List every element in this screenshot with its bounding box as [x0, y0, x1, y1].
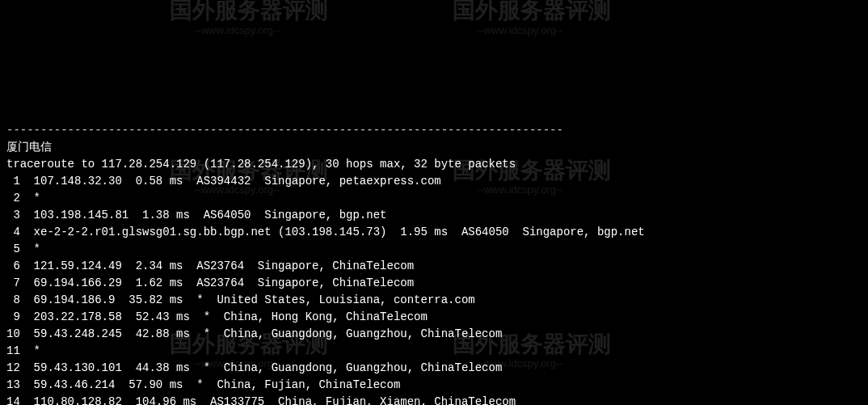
hop-line: 4 xe-2-2-2.r01.glswsg01.sg.bb.bgp.net (1… — [6, 224, 862, 241]
hop-line: 10 59.43.248.245 42.88 ms * China, Guang… — [6, 326, 862, 343]
watermark-url: --www.idcspy.org-- — [194, 23, 280, 39]
watermark-url: --www.idcspy.org-- — [477, 23, 563, 39]
hop-line: 9 203.22.178.58 52.43 ms * China, Hong K… — [6, 309, 862, 326]
hop-line: 13 59.43.46.214 57.90 ms * China, Fujian… — [6, 377, 862, 394]
hop-line: 1 107.148.32.30 0.58 ms AS394432 Singapo… — [6, 173, 862, 190]
hop-line: 2 * — [6, 190, 862, 207]
hop-line: 8 69.194.186.9 35.82 ms * United States,… — [6, 292, 862, 309]
hop-line: 14 110.80.128.82 104.96 ms AS133775 Chin… — [6, 394, 862, 405]
watermark-text: 国外服务器评测 — [453, 0, 611, 27]
watermark-text: 国外服务器评测 — [170, 0, 328, 27]
hop-line: 7 69.194.166.29 1.62 ms AS23764 Singapor… — [6, 275, 862, 292]
hop-line: 12 59.43.130.101 44.38 ms * China, Guang… — [6, 360, 862, 377]
hop-line: 6 121.59.124.49 2.34 ms AS23764 Singapor… — [6, 258, 862, 275]
hop-line: 11 * — [6, 343, 862, 360]
trace-header: traceroute to 117.28.254.129 (117.28.254… — [6, 158, 516, 171]
trace-title: 厦门电信 — [6, 141, 52, 154]
hop-list: 1 107.148.32.30 0.58 ms AS394432 Singapo… — [6, 173, 862, 405]
terminal-output: ----------------------------------------… — [6, 105, 862, 405]
hop-line: 5 * — [6, 241, 862, 258]
hop-line: 3 103.198.145.81 1.38 ms AS64050 Singapo… — [6, 207, 862, 224]
separator-line: ----------------------------------------… — [6, 124, 563, 137]
